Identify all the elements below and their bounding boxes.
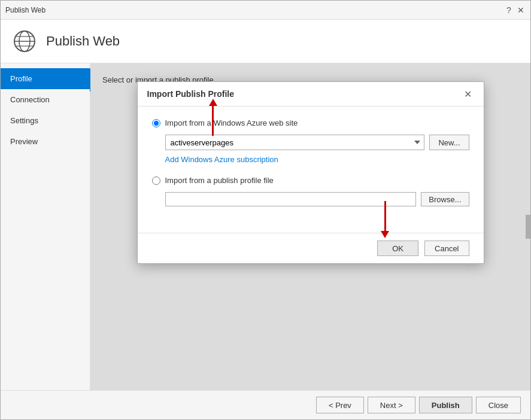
import-publish-profile-dialog: Import Publish Profile ✕ Import from a W… <box>137 81 484 264</box>
sidebar: Profile Connection Settings Preview <box>1 63 90 390</box>
next-button[interactable]: Next > <box>368 397 415 413</box>
arrow-head-up <box>209 99 217 106</box>
dropdown-row: activeserverpages New... <box>165 135 469 150</box>
content-area: Profile Connection Settings Preview Sele… <box>1 63 530 390</box>
sidebar-settings-label: Settings <box>10 116 38 125</box>
dialog-title-bar: Import Publish Profile ✕ <box>138 82 484 106</box>
publish-header-title: Publish Web <box>46 34 120 49</box>
arrow-up-annotation <box>209 99 217 136</box>
title-bar: Publish Web ? ✕ <box>1 1 530 20</box>
dialog-backdrop: Import Publish Profile ✕ Import from a W… <box>90 63 530 390</box>
azure-subscription-link[interactable]: Add Windows Azure subscription <box>165 155 469 164</box>
dialog-footer: OK Cancel <box>138 233 484 263</box>
arrow-down-annotation <box>381 201 389 238</box>
dialog-body: Import from a Windows Azure web site act… <box>138 106 484 233</box>
title-bar-controls: ? ✕ <box>504 5 526 15</box>
prev-button[interactable]: < Prev <box>316 397 364 413</box>
dialog-title: Import Publish Profile <box>147 89 234 99</box>
sidebar-preview-label: Preview <box>10 137 38 146</box>
globe-icon <box>13 29 37 53</box>
radio-azure-label[interactable]: Import from a Windows Azure web site <box>165 118 298 127</box>
new-button[interactable]: New... <box>429 135 469 150</box>
arrow-head-down <box>381 231 389 238</box>
window-title: Publish Web <box>5 6 45 14</box>
arrow-shaft-up <box>212 106 214 136</box>
sidebar-item-profile[interactable]: Profile <box>1 68 90 89</box>
radio-file-input[interactable] <box>152 176 160 185</box>
dialog-close-button[interactable]: ✕ <box>462 88 474 100</box>
radio-file-label[interactable]: Import from a publish profile file <box>165 176 274 185</box>
radio-file-option: Import from a publish profile file <box>152 176 469 185</box>
publish-button[interactable]: Publish <box>419 397 472 413</box>
arrow-shaft-down <box>384 201 386 231</box>
radio-azure-input[interactable] <box>152 119 160 127</box>
sidebar-connection-label: Connection <box>10 95 50 104</box>
file-path-input[interactable] <box>165 192 417 206</box>
sidebar-item-settings[interactable]: Settings <box>1 110 90 131</box>
cancel-button[interactable]: Cancel <box>424 241 469 256</box>
sidebar-profile-label: Profile <box>10 74 32 83</box>
sidebar-item-connection[interactable]: Connection <box>1 89 90 110</box>
close-button[interactable]: Close <box>476 397 521 413</box>
file-input-row: Browse... <box>165 192 469 206</box>
browse-button[interactable]: Browse... <box>421 192 469 206</box>
main-window: Publish Web ? ✕ Publish Web Profile C <box>0 0 531 420</box>
publish-header: Publish Web <box>1 20 530 63</box>
main-panel: Select or import a publish profile Impor… <box>90 63 530 390</box>
ok-button[interactable]: OK <box>377 241 418 256</box>
bottom-bar: < Prev Next > Publish Close <box>1 390 530 419</box>
sidebar-item-preview[interactable]: Preview <box>1 131 90 152</box>
radio-azure-option: Import from a Windows Azure web site <box>152 118 469 127</box>
azure-site-dropdown[interactable]: activeserverpages <box>165 135 425 150</box>
help-button[interactable]: ? <box>504 5 514 15</box>
close-window-button[interactable]: ✕ <box>516 5 526 15</box>
